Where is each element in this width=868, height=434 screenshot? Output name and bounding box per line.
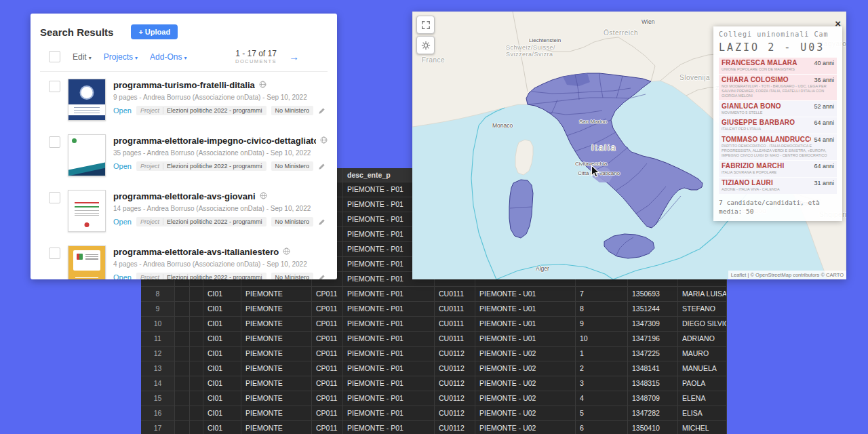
- table-cell[interactable]: 1348141: [628, 361, 678, 376]
- document-thumbnail[interactable]: [68, 190, 106, 232]
- map-attribution[interactable]: Leaflet | © OpenStreetMap contributors ©…: [728, 271, 846, 279]
- table-cell[interactable]: CU0112: [435, 406, 475, 421]
- table-cell[interactable]: PIEMONTE: [241, 332, 312, 347]
- document-checkbox[interactable]: [49, 192, 60, 203]
- table-cell[interactable]: 6: [576, 421, 628, 434]
- table-cell[interactable]: 1347196: [628, 332, 678, 347]
- table-cell[interactable]: [190, 347, 203, 361]
- table-cell[interactable]: CP011: [312, 347, 343, 361]
- table-cell[interactable]: ELISA: [678, 406, 727, 421]
- row-number-cell[interactable]: 10: [141, 317, 175, 332]
- table-cell[interactable]: CU0112: [435, 376, 475, 391]
- table-cell[interactable]: PIEMONTE: [241, 421, 312, 434]
- table-cell[interactable]: 10: [576, 332, 628, 347]
- document-title[interactable]: programma-elettorale-impegno-civico-dett…: [113, 136, 316, 146]
- fullscreen-button[interactable]: [416, 16, 435, 34]
- row-number-cell[interactable]: 17: [141, 421, 175, 434]
- table-cell[interactable]: [190, 361, 203, 376]
- edit-pencil-icon[interactable]: [318, 218, 326, 226]
- table-cell[interactable]: 4: [576, 391, 628, 406]
- table-cell[interactable]: PIEMONTE - P01: [343, 421, 435, 434]
- table-cell[interactable]: PIEMONTE: [241, 376, 312, 391]
- edit-pencil-icon[interactable]: [318, 107, 326, 115]
- table-cell[interactable]: MAURO: [678, 347, 727, 361]
- table-cell[interactable]: PIEMONTE - U01: [475, 332, 576, 347]
- table-cell[interactable]: 1347282: [628, 406, 678, 421]
- table-cell[interactable]: PIEMONTE - U01: [475, 287, 576, 302]
- table-cell[interactable]: 1347309: [628, 317, 678, 332]
- edit-pencil-icon[interactable]: [318, 163, 326, 170]
- select-all-checkbox[interactable]: [49, 51, 60, 62]
- table-cell[interactable]: [190, 302, 203, 317]
- table-cell[interactable]: CI01: [203, 317, 241, 332]
- table-cell[interactable]: 8: [576, 302, 628, 317]
- table-cell[interactable]: 5: [576, 406, 628, 421]
- document-title[interactable]: programma-turismo-fratelli-ditalia: [113, 80, 255, 90]
- table-cell[interactable]: CP011: [312, 302, 343, 317]
- table-cell[interactable]: STEFANO: [678, 302, 727, 317]
- table-cell[interactable]: PIEMONTE - U02: [475, 421, 576, 434]
- table-cell[interactable]: [175, 361, 190, 376]
- table-cell[interactable]: 1347225: [628, 347, 678, 361]
- open-link[interactable]: Open: [113, 273, 132, 279]
- project-tag[interactable]: ProjectElezioni politiche 2022 - program…: [136, 106, 267, 115]
- table-cell[interactable]: 1350693: [628, 287, 678, 302]
- project-tag[interactable]: ProjectElezioni politiche 2022 - program…: [136, 273, 267, 279]
- table-cell[interactable]: 1348315: [628, 376, 678, 391]
- open-link[interactable]: Open: [113, 106, 132, 115]
- document-title[interactable]: programma-elettorale-avs-giovani: [113, 191, 256, 201]
- table-cell[interactable]: CU0112: [435, 391, 475, 406]
- table-cell[interactable]: PIEMONTE - P01: [343, 332, 435, 347]
- table-cell[interactable]: PIEMONTE: [241, 347, 312, 361]
- table-cell[interactable]: PIEMONTE - U02: [475, 361, 576, 376]
- table-cell[interactable]: CP011: [312, 361, 343, 376]
- table-cell[interactable]: CP011: [312, 421, 343, 434]
- table-cell[interactable]: DIEGO SILVIO: [678, 317, 727, 332]
- document-checkbox[interactable]: [49, 136, 60, 148]
- table-cell[interactable]: [175, 347, 190, 361]
- table-cell[interactable]: CI01: [203, 376, 241, 391]
- table-cell[interactable]: PIEMONTE - U01: [475, 302, 576, 317]
- table-cell[interactable]: [175, 302, 190, 317]
- table-cell[interactable]: CP011: [312, 332, 343, 347]
- table-cell[interactable]: [175, 391, 190, 406]
- project-tag[interactable]: ProjectElezioni politiche 2022 - program…: [136, 217, 267, 226]
- table-cell[interactable]: 3: [576, 376, 628, 391]
- edit-menu[interactable]: Edit▾: [73, 52, 92, 62]
- table-cell[interactable]: PIEMONTE: [241, 287, 312, 302]
- open-link[interactable]: Open: [113, 162, 132, 170]
- table-cell[interactable]: CP011: [312, 376, 343, 391]
- table-cell[interactable]: CU0112: [435, 421, 475, 434]
- table-cell[interactable]: PIEMONTE - P01: [343, 361, 435, 376]
- table-cell[interactable]: CI01: [203, 391, 241, 406]
- table-cell[interactable]: ELENA: [678, 391, 727, 406]
- table-cell[interactable]: MANUELA: [678, 361, 727, 376]
- row-number-cell[interactable]: 16: [141, 406, 175, 421]
- table-cell[interactable]: PIEMONTE - U02: [475, 391, 576, 406]
- edit-pencil-icon[interactable]: [318, 274, 326, 279]
- row-number-cell[interactable]: 11: [141, 332, 175, 347]
- table-cell[interactable]: [175, 332, 190, 347]
- table-cell[interactable]: [190, 406, 203, 421]
- table-cell[interactable]: ADRIANO: [678, 332, 727, 347]
- table-cell[interactable]: PIEMONTE - U02: [475, 376, 576, 391]
- table-cell[interactable]: [190, 332, 203, 347]
- italy-districts-map[interactable]: France Monaco Schweiz/Suisse/ Svizzera/S…: [412, 12, 846, 279]
- projects-menu[interactable]: Projects▾: [104, 52, 138, 62]
- table-cell[interactable]: CP011: [312, 317, 343, 332]
- table-cell[interactable]: CI01: [203, 347, 241, 361]
- table-cell[interactable]: PIEMONTE: [241, 406, 312, 421]
- table-cell[interactable]: CP011: [312, 391, 343, 406]
- table-cell[interactable]: PAOLA: [678, 376, 727, 391]
- document-checkbox[interactable]: [49, 81, 60, 92]
- table-cell[interactable]: CI01: [203, 361, 241, 376]
- table-cell[interactable]: 9: [576, 317, 628, 332]
- open-link[interactable]: Open: [113, 218, 132, 226]
- table-cell[interactable]: PIEMONTE - P01: [343, 376, 435, 391]
- table-cell[interactable]: PIEMONTE: [241, 302, 312, 317]
- close-icon[interactable]: ×: [835, 18, 841, 28]
- table-cell[interactable]: PIEMONTE - P01: [343, 302, 435, 317]
- table-cell[interactable]: CU0111: [435, 302, 475, 317]
- table-cell[interactable]: CU0112: [435, 361, 475, 376]
- table-cell[interactable]: 1351244: [628, 302, 678, 317]
